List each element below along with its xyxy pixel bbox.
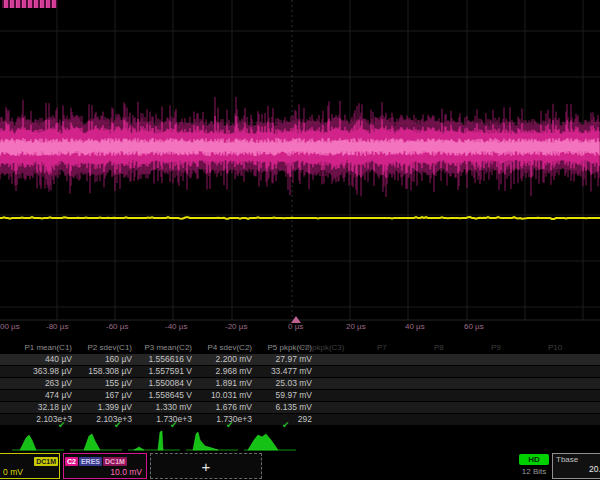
plus-icon: + <box>202 458 211 475</box>
c2-label: C2 <box>65 457 78 466</box>
measure-value: 167 µV <box>76 390 136 401</box>
measure-value: 1.330 mV <box>136 402 196 413</box>
measure-value: 1.557591 V <box>136 366 196 377</box>
measure-value: 1.556616 V <box>136 354 196 365</box>
measure-value: 59.97 mV <box>256 390 316 401</box>
measure-value: 27.97 mV <box>256 354 316 365</box>
axis-tick-label: -80 µs <box>46 322 86 331</box>
timebase-value: 20.0 µs <box>553 464 600 474</box>
axis-tick-label: -20 µs <box>225 322 265 331</box>
trace-annotation-badge <box>2 0 57 8</box>
c2-scale-value: 10.0 mV <box>64 467 146 477</box>
measure-header-row: P1 mean(C1) P2 sdev(C1) P3 mean(C2) P4 s… <box>0 342 600 354</box>
measure-value: 363.98 µV <box>16 366 76 377</box>
channel-c1-descriptor[interactable]: C1 DC1M 0 mV <box>0 453 60 479</box>
histicon-p3[interactable] <box>134 431 163 450</box>
measure-value: 1.550084 V <box>136 378 196 389</box>
c1-scale-value: 0 mV <box>0 467 59 477</box>
measure-header-p9[interactable]: P9 <box>491 342 543 353</box>
histicon-p5[interactable] <box>248 434 278 450</box>
measure-row-value: 440 µV 160 µV 1.556616 V 2.200 mV 27.97 … <box>0 354 600 366</box>
channel-c2-descriptor[interactable]: C2 ERES DC1M 10.0 mV <box>63 453 147 479</box>
add-trace-button[interactable]: + <box>150 453 262 479</box>
c1-coupling-badge: DC1M <box>34 457 58 466</box>
measure-header-p6[interactable]: P6 pkpk(C3) <box>300 342 352 353</box>
c1-trace <box>0 217 600 219</box>
measure-value: 474 µV <box>16 390 76 401</box>
measure-header-p10[interactable]: P10 <box>548 342 600 353</box>
measure-value: 155 µV <box>76 378 136 389</box>
measure-value: 1.676 mV <box>196 402 256 413</box>
axis-tick-label: 20 µs <box>346 322 386 331</box>
measure-value: 6.135 mV <box>256 402 316 413</box>
measure-value: 440 µV <box>16 354 76 365</box>
measure-value: 32.18 µV <box>16 402 76 413</box>
measure-row-sdev: 32.18 µV 1.399 µV 1.330 mV 1.676 mV 6.13… <box>0 402 600 414</box>
measure-value: 1.891 mV <box>196 378 256 389</box>
c2-eres-badge: ERES <box>79 457 102 466</box>
measure-value: 160 µV <box>76 354 136 365</box>
measurement-table: P1 mean(C1) P2 sdev(C1) P3 mean(C2) P4 s… <box>0 342 600 426</box>
axis-tick-label: 00 µs <box>0 322 40 331</box>
waveform-grid <box>0 0 600 332</box>
axis-tick-label: 60 µs <box>464 322 504 331</box>
histicon-p4[interactable] <box>193 432 218 450</box>
axis-tick-label: 40 µs <box>405 322 445 331</box>
timebase-descriptor[interactable]: Tbase 20.0 µs <box>552 453 600 479</box>
measure-header-p1[interactable]: P1 mean(C1) <box>16 342 76 353</box>
measure-value: 1.558645 V <box>136 390 196 401</box>
measure-header-p4[interactable]: P4 sdev(C2) <box>196 342 256 353</box>
measure-header-p7[interactable]: P7 <box>377 342 429 353</box>
measure-row-mean: 363.98 µV 158.308 µV 1.557591 V 2.968 mV… <box>0 366 600 378</box>
hd-bits-label: 12 Bits <box>513 467 555 476</box>
measure-value: 263 µV <box>16 378 76 389</box>
measure-value: 1.399 µV <box>76 402 136 413</box>
axis-tick-label: -40 µs <box>165 322 205 331</box>
measure-value: 158.308 µV <box>76 366 136 377</box>
axis-tick-label: -60 µs <box>106 322 146 331</box>
measure-header-p8[interactable]: P8 <box>434 342 486 353</box>
c2-coupling-badge: DC1M <box>103 457 127 466</box>
measure-value: 25.03 mV <box>256 378 316 389</box>
hd-mode-badge[interactable]: HD <box>519 454 549 465</box>
measure-value: 33.477 mV <box>256 366 316 377</box>
timebase-label: Tbase <box>553 454 600 464</box>
measure-header-p2[interactable]: P2 sdev(C1) <box>76 342 136 353</box>
measure-row-max: 474 µV 167 µV 1.558645 V 10.031 mV 59.97… <box>0 390 600 402</box>
measure-histicons[interactable] <box>0 428 600 454</box>
measure-value: 10.031 mV <box>196 390 256 401</box>
axis-tick-label: 0 µs <box>288 322 328 331</box>
measure-header-p3[interactable]: P3 mean(C2) <box>136 342 196 353</box>
histicon-p1[interactable] <box>20 435 36 450</box>
measure-value: 2.968 mV <box>196 366 256 377</box>
trigger-position-marker[interactable] <box>291 316 301 323</box>
histicon-p2[interactable] <box>84 434 100 450</box>
measure-value: 2.200 mV <box>196 354 256 365</box>
measure-row-min: 263 µV 155 µV 1.550084 V 1.891 mV 25.03 … <box>0 378 600 390</box>
oscilloscope-screen: 00 µs -80 µs -60 µs -40 µs -20 µs 0 µs 2… <box>0 0 600 480</box>
